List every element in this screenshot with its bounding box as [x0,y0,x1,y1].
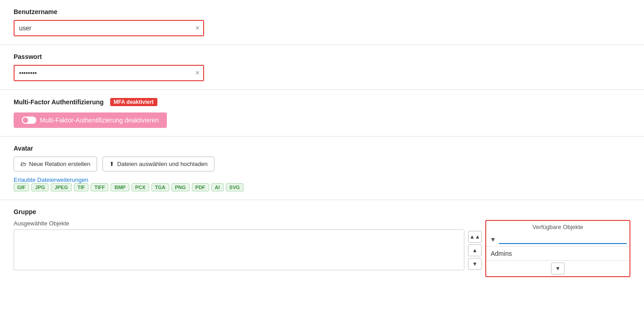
new-relation-button[interactable]: 🗁 Neue Relation erstellen [14,156,97,171]
benutzername-section: Benutzername × [0,0,644,45]
folder-icon: 🗁 [20,161,26,167]
gruppe-label: Gruppe [14,208,630,215]
benutzername-input-wrapper: × [14,20,204,36]
move-down-button[interactable]: ▼ [468,258,482,270]
benutzername-input[interactable] [14,20,204,36]
avatar-section: Avatar 🗁 Neue Relation erstellen ⬆ Datei… [0,137,644,200]
filter-icon-button[interactable]: ▼ [489,236,497,243]
available-header: Verfügbare Objekte [486,221,629,232]
benutzername-label: Benutzername [14,8,630,15]
move-up-button[interactable]: ▲ [468,244,482,256]
extension-badge: PDF [192,183,209,191]
extension-badge: PCX [132,183,149,191]
extension-badge: TIFF [91,183,108,191]
mfa-section: Multi-Factor Authentifizierung MFA deakt… [0,90,644,137]
gruppe-layout: Ausgewählte Objekte ▲▲ ▲ ▼ Verfügbare Ob… [14,220,630,277]
avatar-label: Avatar [14,145,630,152]
arrow-controls: ▲▲ ▲ ▼ [464,231,485,270]
passwort-section: Passwort × [0,45,644,90]
upload-icon: ⬆ [109,161,114,167]
available-panel: Verfügbare Objekte ▼ Admins ▼ [485,220,630,277]
extension-badge: BMP [111,183,129,191]
mfa-deactivate-button[interactable]: Multi-Faktor-Authentifizierung deaktivie… [14,112,167,128]
extension-badge: JPG [31,183,49,191]
move-top-button[interactable]: ▲▲ [468,231,482,243]
passwort-input[interactable] [14,65,204,81]
available-filter-input[interactable] [499,234,627,244]
available-scroll-down-button[interactable]: ▼ [551,263,565,274]
allowed-extensions-link[interactable]: Erlaubte Dateierweiterungen [14,176,88,183]
upload-label: Dateien auswählen und hochladen [117,161,208,167]
page-container: Benutzername × Passwort × Multi-Factor A… [0,0,644,327]
selected-panel: Ausgewählte Objekte [14,220,464,270]
extension-badge: PNG [171,183,190,191]
extension-badge: SVG [226,183,244,191]
benutzername-clear-button[interactable]: × [195,24,200,32]
selected-listbox[interactable] [14,229,464,270]
passwort-clear-button[interactable]: × [195,69,200,77]
extension-badge: JPEG [51,183,71,191]
avatar-buttons-row: 🗁 Neue Relation erstellen ⬆ Dateien ausw… [14,156,630,171]
extension-badge: TGA [151,183,169,191]
extension-badge: TIF [74,183,89,191]
available-filter-row: ▼ [486,232,629,247]
passwort-input-wrapper: × [14,65,204,81]
selected-header: Ausgewählte Objekte [14,220,464,227]
available-items-list: Admins [486,247,629,260]
extension-badge: GIF [14,183,29,191]
mfa-header-row: Multi-Factor Authentifizierung MFA deakt… [14,98,630,106]
mfa-button-label: Multi-Faktor-Authentifizierung deaktivie… [40,117,159,124]
available-panel-box: Verfügbare Objekte ▼ Admins ▼ [485,220,630,277]
upload-files-button[interactable]: ⬆ Dateien auswählen und hochladen [102,156,215,171]
mfa-label: Multi-Factor Authentifizierung [14,98,104,106]
extensions-list: GIFJPGJPEGTIFTIFFBMPPCXTGAPNGPDFAISVG [14,183,630,191]
passwort-label: Passwort [14,53,630,60]
available-list-item[interactable]: Admins [486,247,629,260]
new-relation-label: Neue Relation erstellen [29,161,90,167]
mfa-status-badge: MFA deaktiviert [110,98,157,106]
available-bottom-row: ▼ [486,260,629,276]
toggle-icon [22,117,36,124]
extension-badge: AI [211,183,224,191]
gruppe-section: Gruppe Ausgewählte Objekte ▲▲ ▲ ▼ Verfüg… [0,200,644,277]
